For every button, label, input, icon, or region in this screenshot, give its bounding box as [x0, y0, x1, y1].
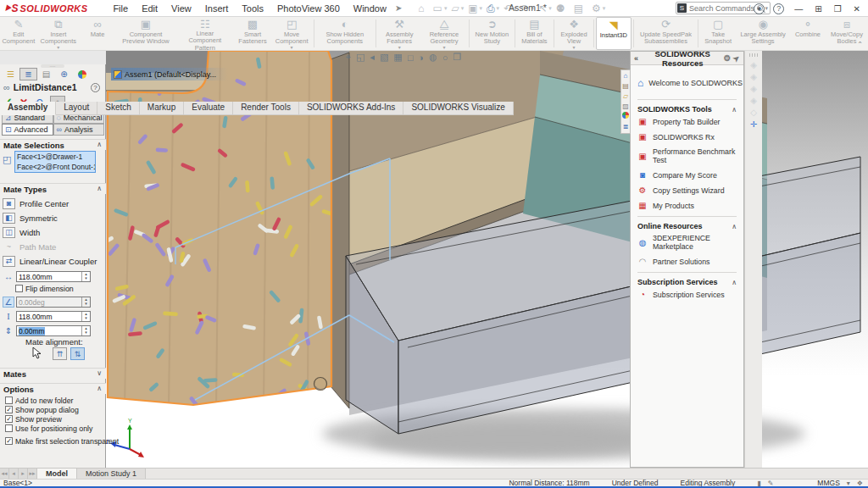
mate-selections-header[interactable]: Mate Selections ∧ [0, 139, 106, 150]
expand-chevron-icon[interactable]: ∨ [97, 369, 102, 377]
solidworks-tools-section[interactable]: SOLIDWORKS Tools ∧ [637, 99, 737, 114]
menu-window[interactable]: Window [347, 3, 393, 14]
copy-settings-wizard-link[interactable]: ⚙ Copy Settings Wizard [637, 186, 743, 195]
featuremanager-tree-tab[interactable]: ☰ [2, 68, 19, 80]
assembly-features-button[interactable]: ⚒ Assembly Features ▾ [378, 17, 421, 50]
zoom-to-fit-icon[interactable]: ⌖ [346, 52, 351, 63]
search-input[interactable] [689, 4, 757, 13]
mate-selections-listbox[interactable]: Face<1>@Drawer-1 Face<2>@Front Donut-1 [14, 151, 96, 173]
home-icon[interactable]: ⌂ [418, 3, 424, 14]
options-header[interactable]: Options ∧ [0, 383, 106, 394]
minimum-value-input[interactable]: 0.00mm ▴▾ [16, 325, 91, 336]
subscription-services-link[interactable]: ◔ Subscription Services [637, 290, 743, 299]
mate-button[interactable]: ∞ Mate [80, 17, 115, 50]
configuration-manager-tab[interactable]: ▤ [37, 68, 55, 80]
save-icon[interactable]: ▣ [468, 3, 477, 14]
display-manager-tab[interactable] [73, 68, 91, 80]
online-resources-section[interactable]: Online Resources ∧ [637, 216, 737, 230]
insert-components-button[interactable]: ⧉ Insert Components ▾ [37, 17, 80, 50]
last-tab-arrow[interactable]: ▸▸ [28, 469, 37, 479]
selection-item[interactable]: Face<2>@Front Donut-1 [15, 162, 95, 172]
tab-markup[interactable]: Markup [140, 102, 184, 115]
update-speedpak-button[interactable]: ⟳ Update SpeedPak Subassemblies [635, 17, 696, 50]
property-tab-builder-link[interactable]: ▣ Property Tab Builder [637, 117, 743, 126]
instant3d-button[interactable]: ◥ Instant3D [596, 17, 632, 50]
file-properties-icon[interactable]: ▤ [574, 3, 583, 14]
drag-handle[interactable] [749, 53, 759, 57]
appearances-tab-icon[interactable] [622, 112, 629, 122]
linear-component-pattern-button[interactable]: ☷ Linear Component Pattern ▾ [176, 17, 234, 50]
reference-geometry-button[interactable]: ⧋ Reference Geometry ▾ [421, 17, 468, 50]
view-orientation-icon[interactable]: ▦ [394, 52, 403, 63]
print-icon[interactable]: ⎙ [487, 3, 495, 14]
open-icon[interactable]: ▱ [451, 3, 459, 14]
tab-evaluate[interactable]: Evaluate [184, 102, 233, 115]
tab-solidworks-visualize[interactable]: SOLIDWORKS Visualize [403, 102, 513, 115]
menu-file[interactable]: File [106, 3, 135, 14]
mate-types-header[interactable]: Mate Types ∧ [0, 183, 106, 194]
show-hidden-components-button[interactable]: ◐ Show Hidden Components [316, 17, 374, 50]
combine-button[interactable]: ⚬ Combine [790, 17, 826, 50]
distance-input[interactable]: 118.00mm ▴▾ [16, 271, 91, 282]
move-tool-icon[interactable]: ✛ [745, 119, 762, 131]
user-account-icon[interactable]: ● [754, 3, 765, 14]
next-tab-arrow[interactable]: ▸ [19, 469, 28, 479]
section-view-icon[interactable]: ▧ [380, 52, 388, 63]
tab-render-tools[interactable]: Render Tools [233, 102, 299, 115]
selection-item[interactable]: Face<1>@Drawer-1 [15, 152, 95, 162]
pin-pane-icon[interactable]: ➤ [732, 53, 742, 64]
tab-sketch[interactable]: Sketch [97, 102, 140, 115]
restore-button[interactable]: ❐ [834, 4, 842, 14]
spinner-control[interactable]: ▴▾ [81, 272, 90, 281]
panel-finger-hole[interactable] [314, 378, 327, 391]
apply-scene-icon[interactable]: ○ [442, 53, 448, 63]
flip-dimension-checkbox[interactable] [15, 285, 23, 292]
option-row[interactable]: Show preview [5, 414, 105, 424]
new-document-icon[interactable]: ▭ [433, 3, 442, 14]
view-palette-tab-icon[interactable]: ▨ [622, 102, 629, 112]
make-first-selection-transparent-checkbox[interactable] [5, 437, 13, 445]
subscription-services-section[interactable]: Subscription Services ∧ [637, 272, 737, 286]
propertymanager-tab[interactable]: ≣ [19, 68, 37, 80]
model-tab[interactable]: Model [37, 469, 77, 479]
edit-component-button[interactable]: ✎ Edit Component [0, 17, 37, 50]
feature-tree-flyout[interactable]: Assem1 (Default<Display... [111, 68, 228, 80]
edit-appearance-icon[interactable]: ◍ [429, 52, 437, 63]
exploded-view-button[interactable]: ❖ Exploded View ▾ [556, 17, 592, 50]
minimize-button[interactable]: — [794, 4, 803, 14]
view-settings-icon[interactable]: ❐ [453, 52, 462, 63]
option-row[interactable]: Use for positioning only [5, 424, 105, 433]
profile-center-mate-button[interactable]: ◙ Profile Center [3, 197, 104, 210]
solidworks-resources-tab-icon[interactable]: ⌂ [624, 71, 628, 81]
hide-show-items-icon[interactable]: ◑ [419, 53, 425, 63]
anti-aligned-button[interactable]: ⇅ [70, 347, 85, 360]
take-snapshot-button[interactable]: ▢ Take Snapshot [700, 17, 736, 50]
flip-dimension-row[interactable]: Flip dimension [15, 284, 115, 293]
large-assembly-settings-button[interactable]: ◉ Large Assembly Settings [736, 17, 790, 50]
collapse-chevron-icon[interactable]: ∧ [732, 279, 737, 286]
toolbar-collapse-icon[interactable]: ⌃ [857, 41, 863, 48]
marketplace-link[interactable]: ◍ 3DEXPERIENCE Marketplace [637, 234, 743, 251]
show-preview-checkbox[interactable] [5, 415, 13, 423]
tab-assembly[interactable]: Assembly [0, 102, 56, 115]
new-motion-study-button[interactable]: ➲ New Motion Study [471, 17, 513, 50]
menu-tools[interactable]: Tools [235, 3, 270, 14]
menu-edit[interactable]: Edit [135, 3, 164, 14]
display-style-icon[interactable]: □ [408, 53, 414, 63]
maximum-value-input[interactable]: 118.00mm ▴▾ [16, 311, 91, 322]
prev-tab-arrow[interactable]: ◂ [9, 469, 19, 479]
smart-fasteners-button[interactable]: ▩ Smart Fasteners [234, 17, 272, 50]
compare-my-score-link[interactable]: ◙ Compare My Score [637, 170, 743, 180]
dropdown-caret-icon[interactable]: ▾ [398, 46, 401, 50]
first-tab-arrow[interactable]: ◂◂ [0, 469, 9, 479]
partner-solutions-link[interactable]: ◠ Partner Solutions [637, 257, 743, 266]
previous-view-icon[interactable]: ◂ [370, 52, 376, 63]
bill-of-materials-button[interactable]: ▤ Bill of Materials [516, 17, 552, 50]
option-row[interactable]: Make first selection transparent [5, 436, 105, 446]
options-gear-icon[interactable]: ⚙ [592, 3, 601, 14]
option-row[interactable]: Show popup dialog [5, 405, 105, 414]
menu-insert[interactable]: Insert [198, 3, 236, 14]
tab-layout[interactable]: Layout [56, 102, 97, 115]
zoom-to-area-icon[interactable]: ◱ [356, 52, 364, 63]
my-products-link[interactable]: ▦ My Products [637, 201, 743, 210]
